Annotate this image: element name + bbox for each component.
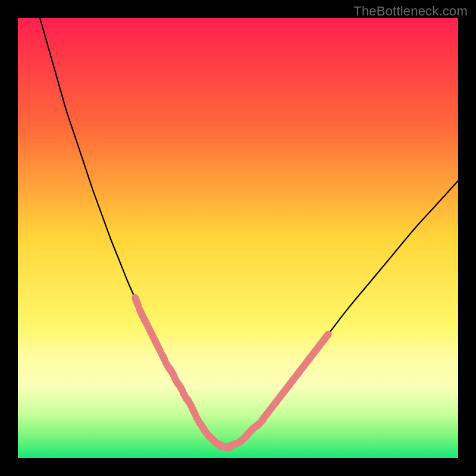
chart-frame: TheBottleneck.com <box>0 0 476 476</box>
marker-dash <box>179 384 183 390</box>
marker-dash <box>157 345 160 352</box>
marker-dash <box>170 368 174 376</box>
marker-dash <box>162 354 164 359</box>
watermark-text: TheBottleneck.com <box>353 4 468 19</box>
gradient-rect <box>18 18 458 458</box>
marker-dash <box>144 318 147 325</box>
marker-dash <box>324 334 328 340</box>
marker-dash <box>135 298 139 306</box>
marker-dash <box>192 409 195 415</box>
plot-area <box>18 18 458 458</box>
marker-dash <box>140 309 143 316</box>
chart-svg <box>18 18 458 458</box>
